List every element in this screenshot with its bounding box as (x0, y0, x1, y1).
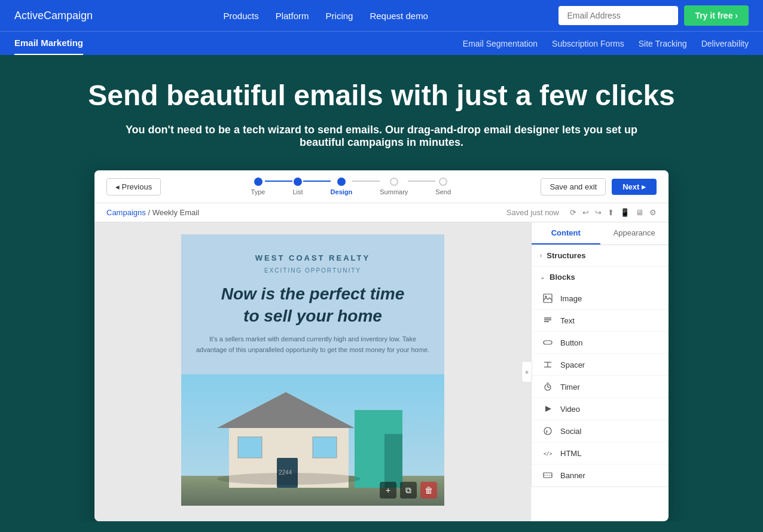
block-banner-label: Banner (560, 471, 585, 480)
video-icon (542, 403, 553, 414)
editor-breadcrumb: Campaigns / Weekly Email Saved just now … (94, 203, 669, 222)
breadcrumb: Campaigns / Weekly Email (106, 208, 199, 217)
hero-subtext: You don't need to be a tech wizard to se… (112, 124, 651, 149)
step-summary-dot (390, 178, 398, 186)
top-nav: ActiveCampaign Products Platform Pricing… (0, 0, 763, 31)
tab-appearance[interactable]: Appearance (600, 222, 669, 244)
block-item-spacer[interactable]: Spacer (532, 354, 669, 376)
redo-icon[interactable]: ↪ (595, 208, 602, 217)
nav-links: Products Platform Pricing Request demo (223, 11, 428, 21)
banner-icon (542, 470, 553, 481)
step-line-2 (303, 181, 331, 182)
svg-point-25 (544, 427, 551, 435)
svg-rect-11 (544, 294, 552, 302)
structures-section: › Structures (532, 245, 669, 267)
step-list[interactable]: List (292, 178, 303, 195)
block-item-image[interactable]: Image (532, 288, 669, 310)
email-brand-name: WEST COAST REALTY (196, 253, 430, 262)
block-item-social[interactable]: f Social (532, 420, 669, 442)
blocks-collapse-icon: ⌄ (540, 274, 545, 280)
brand-name: ActiveCampaign (14, 10, 93, 22)
editor-topbar-right: Save and exit Next ▸ (541, 178, 657, 195)
sub-nav-links: Email Segmentation Subscription Forms Si… (463, 39, 749, 48)
mobile-view-icon[interactable]: 📱 (620, 208, 630, 217)
button-icon (542, 337, 553, 348)
step-design-dot (337, 178, 346, 186)
step-line-3 (352, 181, 380, 182)
step-list-label: List (292, 188, 303, 195)
email-headline: Now is the perfect time to sell your hom… (196, 283, 430, 327)
html-icon: </> (542, 448, 553, 458)
nav-platform[interactable]: Platform (276, 11, 309, 21)
hero-section: Send beautiful emails with just a few cl… (0, 55, 763, 521)
block-item-text[interactable]: Text (532, 310, 669, 332)
previous-button[interactable]: ◂ Previous (106, 178, 161, 195)
sidebar-panel: Content Appearance › Structures ⌄ (531, 222, 669, 487)
copy-block-button[interactable]: ⧉ (400, 482, 417, 499)
step-design[interactable]: Design (331, 178, 353, 195)
email-input[interactable] (558, 6, 678, 25)
try-it-free-button[interactable]: Try it free › (684, 5, 749, 26)
sub-nav: Email Marketing Email Segmentation Subsc… (0, 31, 763, 55)
tab-content[interactable]: Content (532, 222, 600, 244)
block-button-label: Button (560, 338, 583, 347)
block-item-banner[interactable]: Banner (532, 464, 669, 487)
email-card: WEST COAST REALTY EXCITING OPPORTUNITY N… (181, 234, 444, 506)
block-item-timer[interactable]: Timer (532, 376, 669, 398)
nav-pricing[interactable]: Pricing (326, 11, 353, 21)
nav-email-segmentation[interactable]: Email Segmentation (463, 39, 538, 48)
undo-history-icon[interactable]: ⟳ (570, 208, 576, 217)
editor-topbar: ◂ Previous Type List Design (94, 170, 669, 203)
svg-point-12 (545, 296, 547, 298)
block-social-label: Social (560, 427, 581, 436)
breadcrumb-icons: Saved just now ⟳ ↩ ↪ ⬆ 📱 🖥 ⚙ (506, 208, 657, 217)
structures-expand-icon: › (540, 252, 542, 259)
undo-icon[interactable]: ↩ (582, 208, 589, 217)
next-button[interactable]: Next ▸ (612, 179, 657, 195)
block-item-video[interactable]: Video (532, 398, 669, 420)
step-type[interactable]: Type (251, 178, 265, 195)
editor-container: ◂ Previous Type List Design (94, 170, 669, 521)
blocks-section: ⌄ Blocks Im (532, 267, 669, 487)
collapse-panel-button[interactable]: » (521, 361, 532, 383)
svg-marker-24 (545, 406, 551, 412)
svg-rect-6 (313, 437, 337, 458)
editor-main: WEST COAST REALTY EXCITING OPPORTUNITY N… (94, 222, 669, 521)
nav-request-demo[interactable]: Request demo (370, 11, 428, 21)
save-exit-button[interactable]: Save and exit (541, 178, 606, 195)
svg-rect-5 (238, 437, 262, 458)
delete-block-button[interactable]: 🗑 (420, 482, 437, 499)
nav-site-tracking[interactable]: Site Tracking (639, 39, 687, 48)
step-summary[interactable]: Summary (380, 178, 408, 195)
image-icon (542, 293, 553, 304)
blocks-header[interactable]: ⌄ Blocks (532, 267, 669, 288)
steps-nav: Type List Design Summary (251, 178, 451, 195)
step-summary-label: Summary (380, 188, 408, 195)
nav-right: Try it free › (558, 5, 749, 26)
settings-icon[interactable]: ⚙ (649, 208, 657, 217)
add-block-button[interactable]: + (380, 482, 396, 499)
step-send[interactable]: Send (435, 178, 451, 195)
step-line-1 (265, 181, 292, 182)
logo[interactable]: ActiveCampaign (14, 10, 93, 22)
step-send-label: Send (435, 188, 451, 195)
block-text-label: Text (560, 316, 575, 325)
svg-text:</>: </> (544, 451, 553, 457)
block-timer-label: Timer (560, 383, 580, 392)
block-item-button[interactable]: Button (532, 332, 669, 354)
preview-icon[interactable]: ⬆ (608, 208, 614, 217)
block-item-html[interactable]: </> HTML (532, 442, 669, 464)
desktop-view-icon[interactable]: 🖥 (636, 208, 643, 217)
nav-deliverability[interactable]: Deliverability (701, 39, 749, 48)
step-list-dot (294, 178, 302, 186)
nav-products[interactable]: Products (223, 11, 258, 21)
breadcrumb-parent[interactable]: Campaigns (106, 208, 146, 217)
hero-headline: Send beautiful emails with just a few cl… (14, 79, 749, 112)
structures-label: Structures (547, 251, 585, 260)
saved-status: Saved just now (506, 208, 559, 217)
panel-tabs: Content Appearance (532, 222, 669, 245)
structures-header[interactable]: › Structures (532, 245, 669, 266)
email-top-section: WEST COAST REALTY EXCITING OPPORTUNITY N… (181, 234, 444, 374)
sub-nav-current: Email Marketing (14, 32, 83, 55)
nav-subscription-forms[interactable]: Subscription Forms (552, 39, 624, 48)
